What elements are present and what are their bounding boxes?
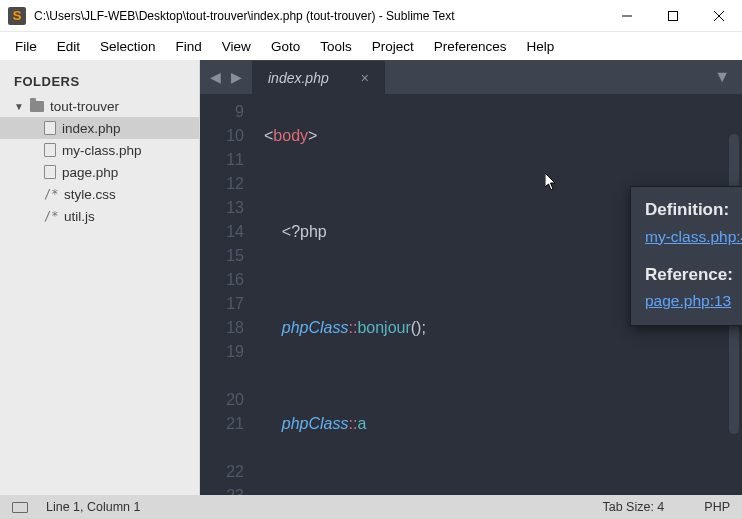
editor: ◀ ▶ index.php × ▼ 9 10 11 12 13 14 15 16… bbox=[200, 60, 742, 495]
line-number[interactable]: 15 bbox=[200, 244, 244, 268]
menu-view[interactable]: View bbox=[213, 36, 260, 57]
status-bar: Line 1, Column 1 Tab Size: 4 PHP bbox=[0, 495, 742, 519]
popup-definition-link[interactable]: my-class.php:4 bbox=[645, 225, 742, 248]
tree-file[interactable]: page.php bbox=[0, 161, 199, 183]
close-button[interactable] bbox=[696, 0, 742, 32]
popup-reference-header: Reference: bbox=[645, 262, 742, 288]
line-number[interactable]: 19 bbox=[200, 340, 244, 388]
line-number[interactable]: 17 bbox=[200, 292, 244, 316]
line-number[interactable]: 22 bbox=[200, 460, 244, 484]
tab-bar-filler: ▼ bbox=[385, 60, 742, 94]
line-number[interactable]: 12 bbox=[200, 172, 244, 196]
line-number[interactable]: 9 bbox=[200, 100, 244, 124]
file-icon bbox=[44, 165, 56, 179]
tab-bar: ◀ ▶ index.php × ▼ bbox=[200, 60, 742, 94]
tab-close-icon[interactable]: × bbox=[361, 70, 369, 86]
status-tab-size[interactable]: Tab Size: 4 bbox=[602, 500, 664, 514]
nav-forward-icon[interactable]: ▶ bbox=[231, 69, 242, 85]
file-icon bbox=[44, 121, 56, 135]
menu-selection[interactable]: Selection bbox=[91, 36, 165, 57]
tree-file[interactable]: my-class.php bbox=[0, 139, 199, 161]
tree-file-label: index.php bbox=[62, 121, 121, 136]
menu-bar: File Edit Selection Find View Goto Tools… bbox=[0, 32, 742, 60]
tab-history-nav: ◀ ▶ bbox=[200, 60, 252, 94]
line-number[interactable]: 16 bbox=[200, 268, 244, 292]
line-number[interactable]: 11 bbox=[200, 148, 244, 172]
tree-file-label: util.js bbox=[64, 209, 95, 224]
panel-toggle-icon[interactable] bbox=[12, 502, 28, 513]
comment-file-icon: /* bbox=[44, 187, 58, 201]
menu-find[interactable]: Find bbox=[167, 36, 211, 57]
menu-file[interactable]: File bbox=[6, 36, 46, 57]
minimize-button[interactable] bbox=[604, 0, 650, 32]
tab-overflow-icon[interactable]: ▼ bbox=[714, 68, 730, 86]
line-number[interactable]: 14 bbox=[200, 220, 244, 244]
maximize-button[interactable] bbox=[650, 0, 696, 32]
file-tree: ▼ tout-trouver index.php my-class.php pa… bbox=[0, 95, 199, 227]
line-number[interactable]: 21 bbox=[200, 412, 244, 460]
nav-back-icon[interactable]: ◀ bbox=[210, 69, 221, 85]
line-number[interactable]: 20 bbox=[200, 388, 244, 412]
line-number[interactable]: 23 bbox=[200, 484, 244, 495]
app-icon: S bbox=[8, 7, 26, 25]
disclosure-triangle-icon[interactable]: ▼ bbox=[14, 101, 24, 112]
tab-label: index.php bbox=[268, 70, 329, 86]
window-controls bbox=[604, 0, 742, 32]
line-number[interactable]: 18 bbox=[200, 316, 244, 340]
menu-preferences[interactable]: Preferences bbox=[425, 36, 516, 57]
line-number[interactable]: 13 bbox=[200, 196, 244, 220]
gutter: 9 10 11 12 13 14 15 16 17 18 19 20 21 22… bbox=[200, 94, 258, 495]
menu-help[interactable]: Help bbox=[518, 36, 564, 57]
tree-folder-root[interactable]: ▼ tout-trouver bbox=[0, 95, 199, 117]
tree-file[interactable]: index.php bbox=[0, 117, 199, 139]
status-cursor-position[interactable]: Line 1, Column 1 bbox=[46, 500, 141, 514]
sidebar-header: FOLDERS bbox=[0, 70, 199, 95]
tree-folder-label: tout-trouver bbox=[50, 99, 119, 114]
tree-file-label: page.php bbox=[62, 165, 118, 180]
window-title: C:\Users\JLF-WEB\Desktop\tout-trouver\in… bbox=[34, 9, 604, 23]
line-number[interactable]: 10 bbox=[200, 124, 244, 148]
sidebar: FOLDERS ▼ tout-trouver index.php my-clas… bbox=[0, 60, 200, 495]
tree-file-label: style.css bbox=[64, 187, 116, 202]
tree-file[interactable]: /* util.js bbox=[0, 205, 199, 227]
menu-edit[interactable]: Edit bbox=[48, 36, 89, 57]
tree-file[interactable]: /* style.css bbox=[0, 183, 199, 205]
comment-file-icon: /* bbox=[44, 209, 58, 223]
popup-definition-header: Definition: bbox=[645, 197, 742, 223]
popup-reference-link[interactable]: page.php:13 bbox=[645, 289, 742, 312]
svg-rect-1 bbox=[669, 11, 678, 20]
menu-tools[interactable]: Tools bbox=[311, 36, 361, 57]
folder-icon bbox=[30, 101, 44, 112]
tree-file-label: my-class.php bbox=[62, 143, 142, 158]
symbol-popup: Definition: my-class.php:4 Reference: pa… bbox=[630, 186, 742, 326]
status-syntax[interactable]: PHP bbox=[704, 500, 730, 514]
title-bar: S C:\Users\JLF-WEB\Desktop\tout-trouver\… bbox=[0, 0, 742, 32]
menu-project[interactable]: Project bbox=[363, 36, 423, 57]
file-icon bbox=[44, 143, 56, 157]
menu-goto[interactable]: Goto bbox=[262, 36, 309, 57]
tab-active[interactable]: index.php × bbox=[252, 60, 385, 94]
